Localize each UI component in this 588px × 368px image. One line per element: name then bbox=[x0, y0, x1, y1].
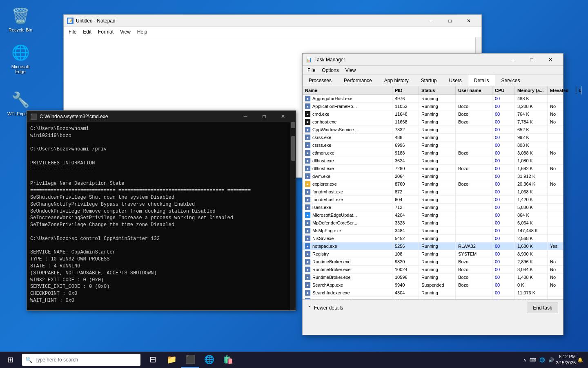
taskbar-item-task-view[interactable]: ⊟ bbox=[144, 352, 162, 368]
cell-pid: 9188 bbox=[392, 149, 419, 157]
table-row[interactable]: ■ AggregatorHost.exe 4976 Running 00 488… bbox=[303, 95, 563, 103]
cell-status: Running bbox=[419, 274, 456, 281]
tab-app-history[interactable]: App history bbox=[378, 75, 415, 86]
network-icon[interactable]: 🌐 bbox=[539, 357, 545, 363]
notepad-menu-help[interactable]: Help bbox=[134, 28, 151, 36]
col-uac[interactable]: UAC virtualiz... bbox=[576, 86, 581, 94]
table-row[interactable]: ■ RuntimeBroker.exe 10024 Running Bozo 0… bbox=[303, 266, 563, 274]
table-row[interactable]: ■ SearchIndexer.exe 4304 Running 00 11,0… bbox=[303, 289, 563, 297]
col-name[interactable]: Name bbox=[303, 86, 392, 94]
cmd-window-controls: ─ □ ✕ bbox=[236, 110, 292, 123]
table-row[interactable]: ■ notepad.exe 5256 Running RLWA32 00 1,6… bbox=[303, 242, 563, 250]
table-row[interactable]: ■ fontdrvhost.exe 604 Running 00 1,420 K bbox=[303, 196, 563, 204]
cmd-minimize-button[interactable]: ─ bbox=[236, 110, 255, 123]
tm-table-body[interactable]: ■ AggregatorHost.exe 4976 Running 00 488… bbox=[303, 95, 563, 299]
notepad-menu-format[interactable]: Format bbox=[95, 28, 117, 36]
taskbar-item-terminal[interactable]: ⬛ bbox=[181, 352, 199, 368]
tab-users[interactable]: Users bbox=[443, 75, 468, 86]
notepad-maximize-button[interactable]: □ bbox=[441, 15, 459, 27]
table-row[interactable]: ■ SearchApp.exe 9940 Suspended Bozo 00 0… bbox=[303, 281, 563, 289]
taskbar-item-file-explorer[interactable]: 📁 bbox=[163, 352, 180, 368]
col-cpu[interactable]: CPU bbox=[492, 86, 515, 94]
table-row[interactable]: ■ ApplicationFrameHo... 11052 Running Bo… bbox=[303, 103, 563, 110]
cell-user bbox=[456, 219, 492, 227]
taskbar-search-bar[interactable]: 🔍 Type here to search bbox=[22, 354, 140, 366]
table-row[interactable]: ■ Registry 108 Running SYSTEM 00 8,900 K bbox=[303, 250, 563, 258]
table-row[interactable]: ■ csrss.exe 488 Running 00 992 K bbox=[303, 134, 563, 141]
table-row[interactable]: ■ MpDefenderCoreSer... 3328 Running 00 6… bbox=[303, 219, 563, 227]
tm-menu-file[interactable]: File bbox=[304, 67, 318, 74]
volume-icon[interactable]: 🔊 bbox=[548, 357, 554, 363]
cmd-scrollbar[interactable] bbox=[290, 122, 296, 310]
cell-name: ■ explorer.exe bbox=[303, 180, 392, 188]
table-row[interactable]: ■ RuntimeBroker.exe 10596 Running Bozo 0… bbox=[303, 274, 563, 281]
cell-elevated bbox=[548, 297, 563, 299]
cmd-content[interactable]: C:\Users\Bozo>whoamiwin102119\bozo C:\Us… bbox=[27, 122, 296, 310]
col-username[interactable]: User name bbox=[456, 86, 492, 94]
table-row[interactable]: ■ csrss.exe 6996 Running 00 808 K bbox=[303, 141, 563, 149]
cell-name: ■ RuntimeBroker.exe bbox=[303, 266, 392, 273]
cell-pid: 3624 bbox=[392, 157, 419, 164]
table-row[interactable]: ■ cmd.exe 11648 Running Bozo 00 764 K No… bbox=[303, 110, 563, 118]
notepad-menu-view[interactable]: View bbox=[117, 28, 134, 36]
end-task-button[interactable]: End task bbox=[527, 303, 558, 313]
table-row[interactable]: ■ dwm.exe 2064 Running 00 31,912 K bbox=[303, 173, 563, 180]
table-row[interactable]: ■ MsMpEng.exe 3484 Running 00 147,448 K bbox=[303, 227, 563, 235]
notepad-menu-edit[interactable]: Edit bbox=[80, 28, 95, 36]
cell-pid: 11052 bbox=[392, 103, 419, 110]
tab-performance[interactable]: Performance bbox=[338, 75, 378, 86]
search-icon: 🔍 bbox=[25, 357, 32, 363]
desktop-icon-recycle-bin[interactable]: 🗑️ Recycle Bin bbox=[4, 4, 37, 34]
table-row[interactable]: ■ CppWindowsService.... 7332 Running 00 … bbox=[303, 126, 563, 134]
taskbar-item-store[interactable]: 🛍️ bbox=[219, 352, 237, 368]
col-elevated[interactable]: Elevated bbox=[548, 86, 576, 94]
cell-status: Running bbox=[419, 126, 456, 133]
notepad-menu-file[interactable]: File bbox=[65, 28, 80, 36]
cell-user: Bozo bbox=[456, 103, 492, 110]
tab-details[interactable]: Details bbox=[468, 75, 495, 86]
fewer-details-button[interactable]: ⌃ Fewer details bbox=[307, 305, 343, 311]
table-row[interactable]: ■ SecurityHealthServic... 7100 Running 0… bbox=[303, 297, 563, 299]
table-row[interactable]: ■ NisSrv.exe 5452 Running 00 2,568 K bbox=[303, 235, 563, 242]
table-row[interactable]: ■ lsass.exe 712 Running 00 5,880 K bbox=[303, 204, 563, 211]
table-row[interactable]: ■ RuntimeBroker.exe 9820 Running Bozo 00… bbox=[303, 258, 563, 266]
table-row[interactable]: ■ dllhost.exe 7280 Running Bozo 00 1,692… bbox=[303, 165, 563, 173]
tm-close-button[interactable]: ✕ bbox=[541, 54, 560, 66]
col-pid[interactable]: PID bbox=[392, 86, 419, 94]
tm-menu-view[interactable]: View bbox=[342, 67, 359, 74]
tray-arrow-icon[interactable]: ∧ bbox=[523, 357, 526, 363]
start-button[interactable]: ⊞ bbox=[0, 352, 20, 368]
table-row[interactable]: ■ fontdrvhost.exe 872 Running 00 1,068 K bbox=[303, 188, 563, 196]
cell-status: Running bbox=[419, 180, 456, 188]
windows-logo-icon: ⊞ bbox=[7, 355, 13, 364]
tab-processes[interactable]: Processes bbox=[303, 75, 338, 86]
table-row[interactable]: ■ explorer.exe 8760 Running Bozo 00 20,3… bbox=[303, 180, 563, 188]
desktop-icon-edge[interactable]: 🌐 Microsoft Edge bbox=[4, 41, 37, 76]
tm-minimize-button[interactable]: ─ bbox=[503, 54, 522, 66]
cell-elevated: No bbox=[548, 110, 563, 118]
notepad-titlebar: 📝 Untitled - Notepad ─ □ ✕ bbox=[64, 15, 481, 27]
notepad-close-button[interactable]: ✕ bbox=[459, 15, 478, 27]
time-display[interactable]: 6:12 PM 2/15/2025 bbox=[556, 354, 576, 366]
tm-window-controls: ─ □ ✕ bbox=[503, 54, 560, 66]
col-memory[interactable]: Memory (a... bbox=[515, 86, 548, 94]
cell-memory: 3,084 K bbox=[515, 266, 548, 273]
cell-name: ■ lsass.exe bbox=[303, 204, 392, 211]
tm-maximize-button[interactable]: □ bbox=[522, 54, 541, 66]
cell-pid: 2064 bbox=[392, 173, 419, 180]
notification-icon[interactable]: 🔔 bbox=[577, 357, 583, 363]
cell-elevated: No bbox=[548, 118, 563, 126]
cmd-restore-button[interactable]: □ bbox=[255, 110, 274, 123]
tm-menu-options[interactable]: Options bbox=[318, 67, 342, 74]
cmd-close-button[interactable]: ✕ bbox=[274, 110, 292, 123]
table-row[interactable]: ■ dllhost.exe 3624 Running 00 1,080 K bbox=[303, 157, 563, 165]
col-status[interactable]: Status bbox=[419, 86, 456, 94]
notepad-minimize-button[interactable]: ─ bbox=[422, 15, 441, 27]
tab-services[interactable]: Services bbox=[495, 75, 526, 86]
tab-startup[interactable]: Startup bbox=[415, 75, 443, 86]
cell-cpu: 00 bbox=[492, 126, 515, 133]
table-row[interactable]: ■ ctfmon.exe 9188 Running Bozo 00 3,088 … bbox=[303, 149, 563, 157]
taskbar-item-browser[interactable]: 🌐 bbox=[200, 352, 218, 368]
table-row[interactable]: ■ MicrosoftEdgeUpdat... 4204 Running 00 … bbox=[303, 211, 563, 219]
table-row[interactable]: ■ conhost.exe 11668 Running Bozo 00 7,78… bbox=[303, 118, 563, 126]
